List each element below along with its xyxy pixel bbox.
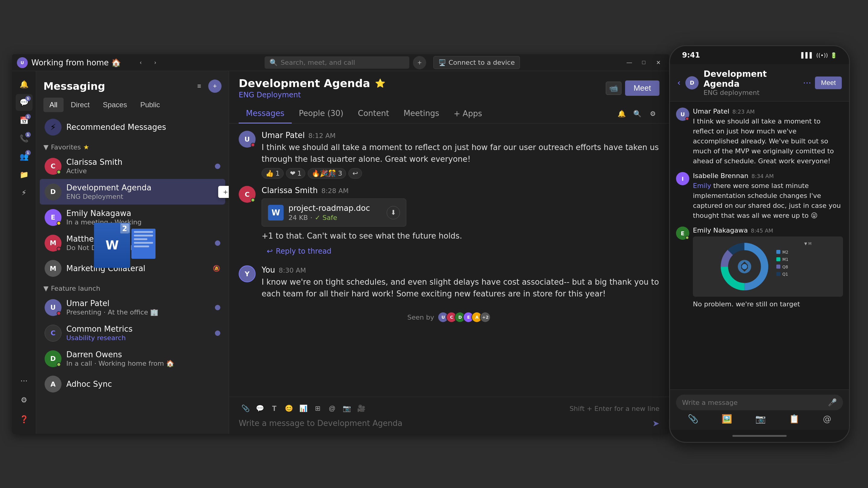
reply-label: Reply to thread	[276, 247, 332, 255]
phone-menu-dots[interactable]: ⋯	[803, 78, 811, 88]
reaction-thumbs[interactable]: 👍 1	[261, 168, 284, 178]
common-name: Common Metrics	[66, 324, 210, 333]
darren-initial: D	[50, 355, 56, 362]
conv-common[interactable]: C Common Metrics Usability research	[40, 320, 225, 346]
phone-emily-status	[685, 236, 689, 239]
tab-spaces[interactable]: Spaces	[97, 98, 133, 112]
sidebar-header: Messaging ≡ +	[36, 71, 229, 98]
chart-button[interactable]: 📊	[297, 402, 310, 415]
tab-content[interactable]: Content	[351, 104, 396, 124]
phone-meet-button[interactable]: Meet	[815, 76, 842, 89]
conv-dev-agenda[interactable]: D Development Agenda ENG Deployment + co…	[40, 179, 225, 204]
close-button[interactable]: ✕	[652, 58, 664, 67]
phone-attach-icon[interactable]: 📎	[688, 414, 698, 424]
phone-mockup: 9:41 ▌▌▌ ((•)) 🔋 ‹ D Development Agenda …	[669, 45, 850, 443]
rail-people[interactable]: 👥 1	[16, 148, 33, 165]
search-chat-button[interactable]: 🔍	[630, 107, 644, 120]
seen-avatars: U C D E A +2	[438, 312, 491, 323]
phone-status-bar: 9:41 ▌▌▌ ((•)) 🔋	[670, 46, 849, 64]
tab-public[interactable]: Public	[134, 98, 166, 112]
phone-back-button[interactable]: ‹	[677, 78, 681, 88]
conv-adhoc[interactable]: A Adhoc Sync	[40, 371, 225, 397]
image-button[interactable]: 📷	[340, 402, 353, 415]
conv-list: ⚡ Recommended Messages ▼ Favorites ★	[36, 115, 229, 434]
attach-button[interactable]: 📎	[239, 402, 252, 415]
reply-thread-button[interactable]: ↩️ Reply to thread	[261, 244, 337, 258]
search-icon: 🔍	[270, 59, 278, 66]
phone-chat-title: Development Agenda	[704, 69, 798, 89]
phone-chat-sub: ENG deployment	[704, 89, 798, 96]
rail-activity[interactable]: 🔔	[16, 76, 33, 93]
recommended-messages[interactable]: ⚡ Recommended Messages	[40, 115, 225, 140]
title-bar-avatar[interactable]: U	[17, 57, 28, 68]
phone-header-info: Development Agenda ENG deployment	[704, 69, 798, 96]
filter-button[interactable]: ≡	[193, 79, 206, 93]
phone-mic-icon[interactable]: 🎤	[828, 398, 837, 407]
file-download-button[interactable]: ⬇️	[387, 206, 400, 219]
recommended-info: Recommended Messages	[66, 123, 220, 132]
phone-message-input[interactable]	[682, 399, 824, 406]
phone-clipboard-icon[interactable]: 📋	[789, 414, 800, 424]
mention-button[interactable]: @	[326, 402, 339, 415]
phone-isabelle-text: Emily there were some last minute implem…	[693, 181, 843, 221]
conv-darren[interactable]: D Darren Owens In a call · Working home …	[40, 346, 225, 371]
text-format-button[interactable]: T	[268, 402, 281, 415]
tab-all[interactable]: All	[43, 98, 64, 112]
tab-direct[interactable]: Direct	[65, 98, 96, 112]
reaction-fire[interactable]: 🔥🎉🎊 3	[308, 168, 346, 178]
tab-messages[interactable]: Messages	[239, 104, 292, 124]
section-favorites[interactable]: ▼ Favorites ★	[40, 140, 225, 153]
rail-settings[interactable]: ⚙️	[16, 392, 33, 409]
message-format-button[interactable]: 💬	[253, 402, 267, 415]
video-button[interactable]: 🎥	[354, 402, 368, 415]
msg-you-text: I know we're on tight schedules, and eve…	[261, 276, 659, 300]
rail-chat[interactable]: 💬 5	[16, 94, 33, 111]
darren-status	[57, 362, 61, 367]
rail-bottom: ⋯ ⚙️ ❓	[16, 372, 33, 429]
new-message-button[interactable]: +	[208, 79, 221, 93]
rail-calendar[interactable]: 📅 1	[16, 112, 33, 129]
shift-hint: Shift + Enter for a new line	[569, 405, 659, 412]
rail-apps[interactable]: ⚡	[16, 184, 33, 201]
msg-you-name: You	[261, 265, 275, 274]
search-input[interactable]	[281, 59, 404, 66]
settings-chat-button[interactable]: ⚙️	[646, 107, 659, 120]
muted-icon: 🔕	[213, 265, 220, 272]
svg-rect-8	[776, 250, 780, 254]
reaction-reply[interactable]: ↩️	[348, 168, 362, 178]
notification-settings-button[interactable]: 🔔	[615, 107, 628, 120]
title-bar-text: Working from home 🏠	[31, 58, 135, 67]
phone-image-icon[interactable]: 🖼️	[721, 414, 732, 424]
video-call-button[interactable]: 📹	[606, 82, 621, 95]
rail-files[interactable]: 📁	[16, 166, 33, 183]
sidebar-title: Messaging	[43, 80, 105, 92]
message-input-area: 📎 💬 T 😊 📊 ⊞ @ 📷 🎥 Shift + Enter for a ne…	[229, 397, 669, 434]
message-input-field[interactable]	[239, 418, 652, 429]
conv-clarissa[interactable]: C Clarissa Smith Active	[40, 153, 225, 179]
minimize-button[interactable]: —	[623, 58, 635, 67]
tab-meetings[interactable]: Meetings	[396, 104, 446, 124]
send-button[interactable]: ➤	[652, 418, 659, 428]
maximize-button[interactable]: □	[638, 58, 650, 67]
conv-umar[interactable]: U Umar Patel Presenting · At the office …	[40, 295, 225, 320]
nav-back-button[interactable]: ‹	[135, 58, 147, 67]
reaction-heart[interactable]: ❤️ 1	[286, 168, 305, 178]
section-feature-launch[interactable]: ▼ Feature launch	[40, 281, 225, 295]
umar-initial: U	[50, 304, 56, 311]
phone-umar-header: Umar Patel 8:23 AM	[693, 107, 843, 115]
meet-button[interactable]: Meet	[625, 80, 659, 96]
rail-calls[interactable]: 📞 1	[16, 130, 33, 147]
phone-time: 9:41	[682, 51, 700, 59]
left-rail: 🔔 💬 5 📅 1 📞 1 👥 1	[12, 71, 36, 434]
grid-button[interactable]: ⊞	[311, 402, 324, 415]
phone-camera-icon[interactable]: 📷	[755, 414, 766, 424]
rail-more[interactable]: ⋯	[16, 372, 33, 389]
tab-apps[interactable]: + Apps	[446, 104, 489, 123]
rail-help[interactable]: ❓	[16, 411, 33, 428]
phone-mention-icon[interactable]: @	[823, 414, 831, 424]
nav-forward-button[interactable]: ›	[149, 58, 161, 67]
add-button[interactable]: +	[413, 56, 426, 69]
recommended-label: Recommended Messages	[66, 123, 220, 132]
tab-people[interactable]: People (30)	[292, 104, 351, 124]
emoji-button[interactable]: 😊	[282, 402, 296, 415]
